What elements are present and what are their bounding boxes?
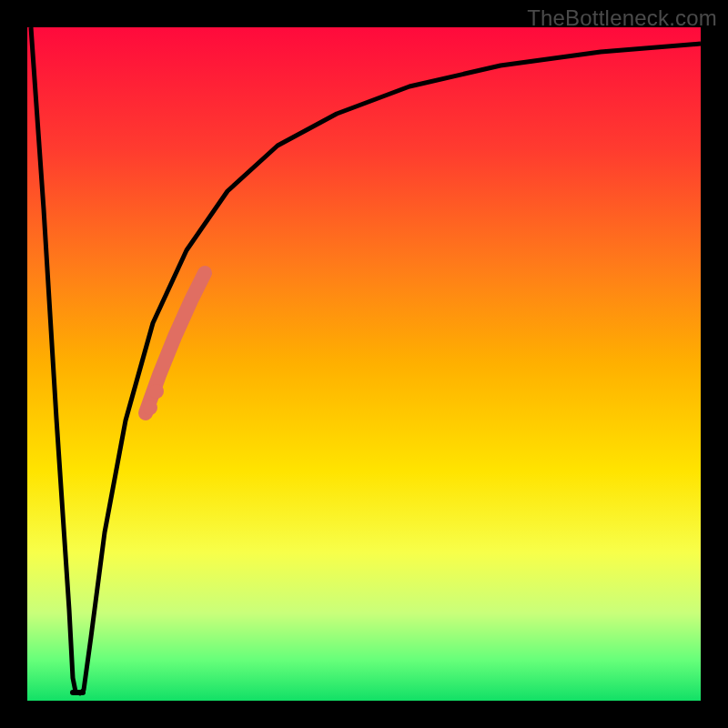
plot-area <box>27 27 701 701</box>
highlight-dot-1 <box>149 384 164 399</box>
chart-frame: TheBottleneck.com <box>0 0 728 728</box>
curve-svg <box>27 27 701 701</box>
highlight-dot-2 <box>143 400 157 415</box>
bottleneck-curve <box>31 27 701 693</box>
